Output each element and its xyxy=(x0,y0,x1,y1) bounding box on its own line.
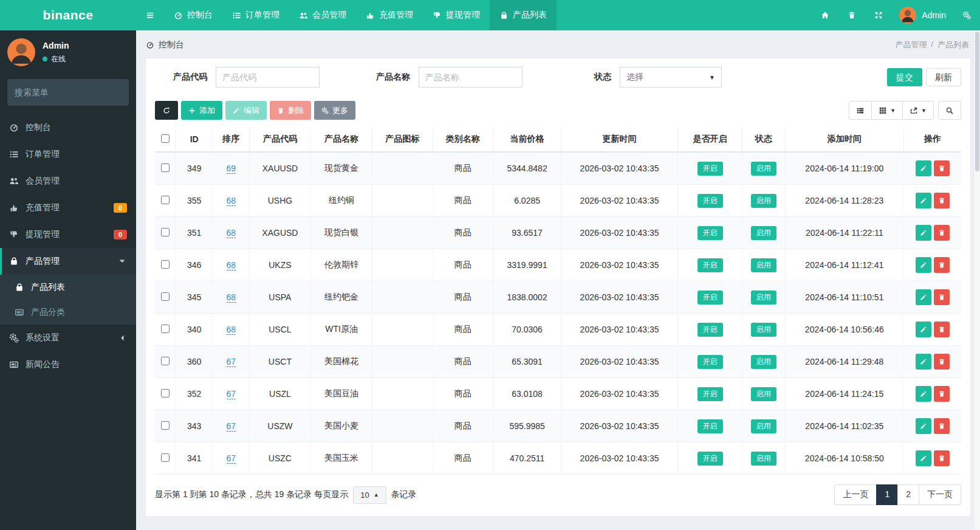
submit-button[interactable]: 提交 xyxy=(887,68,922,86)
page-size-select[interactable]: 10▲ xyxy=(353,486,386,504)
sort-link[interactable]: 68 xyxy=(227,292,236,303)
cell-code: USZW xyxy=(249,410,311,442)
scrollbar[interactable] xyxy=(975,30,980,530)
sort-link[interactable]: 68 xyxy=(227,196,236,206)
sidebar-item-members[interactable]: 会员管理 xyxy=(0,168,136,194)
prev-page-button[interactable]: 上一页 xyxy=(834,484,877,505)
delete-row-button[interactable] xyxy=(934,257,950,273)
row-checkbox[interactable] xyxy=(161,325,170,333)
sort-link[interactable]: 68 xyxy=(227,228,236,238)
sidebar-menu: 控制台 订单管理 会员管理 充值管理0 提现管理0 产品管理 产品列表 产品分类… xyxy=(0,114,136,378)
nav-tab-withdraw[interactable]: 提现管理 xyxy=(423,0,490,30)
select-all-checkbox[interactable] xyxy=(161,134,170,143)
brand-logo[interactable]: binance xyxy=(0,0,136,30)
delete-row-button[interactable] xyxy=(934,418,950,434)
nav-tab-products[interactable]: 产品列表 xyxy=(490,0,557,30)
columns-button[interactable]: ▼ xyxy=(871,101,903,120)
next-page-button[interactable]: 下一页 xyxy=(919,484,961,505)
sidebar-item-product-category[interactable]: 产品分类 xyxy=(0,300,136,325)
row-checkbox[interactable] xyxy=(161,357,170,365)
edit-row-button[interactable] xyxy=(916,450,931,466)
sidebar-item-orders[interactable]: 订单管理 xyxy=(0,141,136,168)
detail-view-button[interactable] xyxy=(849,101,872,120)
row-checkbox[interactable] xyxy=(161,260,170,269)
edit-row-button[interactable] xyxy=(916,257,931,273)
sidebar-search-input[interactable] xyxy=(15,88,125,97)
row-checkbox[interactable] xyxy=(161,292,170,301)
hand-down-icon xyxy=(433,11,442,20)
edit-button[interactable]: 编辑 xyxy=(225,101,267,120)
settings-button[interactable] xyxy=(953,0,980,30)
scrollbar-thumb[interactable] xyxy=(975,32,979,171)
fullscreen-button[interactable] xyxy=(865,0,892,30)
reload-button[interactable] xyxy=(155,101,178,120)
cell-icon xyxy=(372,185,433,217)
page-button-1[interactable]: 1 xyxy=(876,484,898,505)
edit-row-button[interactable] xyxy=(916,354,931,370)
delete-row-button[interactable] xyxy=(934,322,950,337)
row-checkbox[interactable] xyxy=(161,163,170,172)
edit-row-button[interactable] xyxy=(916,193,931,208)
name-input[interactable] xyxy=(419,67,523,88)
sort-link[interactable]: 69 xyxy=(227,163,236,174)
add-button[interactable]: 添加 xyxy=(181,101,222,120)
delete-button[interactable]: 删除 xyxy=(270,101,311,120)
cell-icon xyxy=(372,152,433,185)
delete-row-button[interactable] xyxy=(934,225,950,241)
row-checkbox[interactable] xyxy=(161,196,170,204)
delete-row-button[interactable] xyxy=(934,193,950,208)
nav-tab-recharge[interactable]: 充值管理 xyxy=(356,0,423,30)
sidebar-item-product-list[interactable]: 产品列表 xyxy=(0,275,136,300)
more-button[interactable]: 更多 xyxy=(314,101,355,120)
sort-link[interactable]: 67 xyxy=(227,421,236,432)
nav-tab-dashboard[interactable]: 控制台 xyxy=(164,0,222,30)
pencil-icon xyxy=(920,261,927,269)
sort-link[interactable]: 68 xyxy=(227,325,236,335)
page-button-2[interactable]: 2 xyxy=(897,484,919,505)
sort-link[interactable]: 67 xyxy=(227,357,236,367)
delete-row-button[interactable] xyxy=(934,160,950,176)
home-button[interactable] xyxy=(812,0,838,30)
user-menu[interactable]: Admin xyxy=(892,0,953,30)
cogs-icon xyxy=(962,11,971,19)
code-input[interactable] xyxy=(216,67,320,88)
refresh-button[interactable]: 刷新 xyxy=(926,68,961,86)
home-icon xyxy=(821,11,829,19)
nav-tab-members[interactable]: 会员管理 xyxy=(289,0,356,30)
sort-link[interactable]: 67 xyxy=(227,389,236,399)
sort-link[interactable]: 67 xyxy=(227,453,236,464)
edit-row-button[interactable] xyxy=(916,418,931,434)
sidebar-item-products[interactable]: 产品管理 xyxy=(0,248,136,275)
row-checkbox[interactable] xyxy=(161,421,170,430)
sort-link[interactable]: 68 xyxy=(227,260,236,270)
status-select[interactable]: 选择▼ xyxy=(620,67,722,88)
edit-row-button[interactable] xyxy=(916,160,931,176)
sidebar-item-settings[interactable]: 系统设置 xyxy=(0,325,136,351)
sidebar-item-news[interactable]: 新闻公告 xyxy=(0,351,136,378)
row-checkbox[interactable] xyxy=(161,389,170,398)
sidebar-item-recharge[interactable]: 充值管理0 xyxy=(0,194,136,221)
row-checkbox[interactable] xyxy=(161,453,170,462)
delete-row-button[interactable] xyxy=(934,354,950,370)
delete-row-button[interactable] xyxy=(934,450,950,466)
cell-code: USCT xyxy=(249,346,311,378)
list-icon xyxy=(232,11,241,20)
delete-row-button[interactable] xyxy=(934,289,950,305)
edit-row-button[interactable] xyxy=(916,289,931,305)
edit-row-button[interactable] xyxy=(916,225,931,241)
breadcrumb-link-products[interactable]: 产品管理 xyxy=(895,40,927,50)
table-search-button[interactable] xyxy=(938,101,961,120)
row-checkbox[interactable] xyxy=(161,228,170,236)
sidebar-toggle-button[interactable] xyxy=(136,0,164,30)
sidebar-item-withdraw[interactable]: 提现管理0 xyxy=(0,221,136,248)
status-badge: 启用 xyxy=(751,226,776,240)
trash-icon xyxy=(938,229,945,236)
cell-code: USHG xyxy=(249,185,311,217)
edit-row-button[interactable] xyxy=(916,322,931,337)
nav-tab-orders[interactable]: 订单管理 xyxy=(222,0,289,30)
sidebar-item-dashboard[interactable]: 控制台 xyxy=(0,114,136,141)
export-button[interactable]: ▼ xyxy=(902,101,934,120)
edit-row-button[interactable] xyxy=(916,386,931,402)
delete-row-button[interactable] xyxy=(934,386,950,402)
clear-cache-button[interactable] xyxy=(838,0,865,30)
